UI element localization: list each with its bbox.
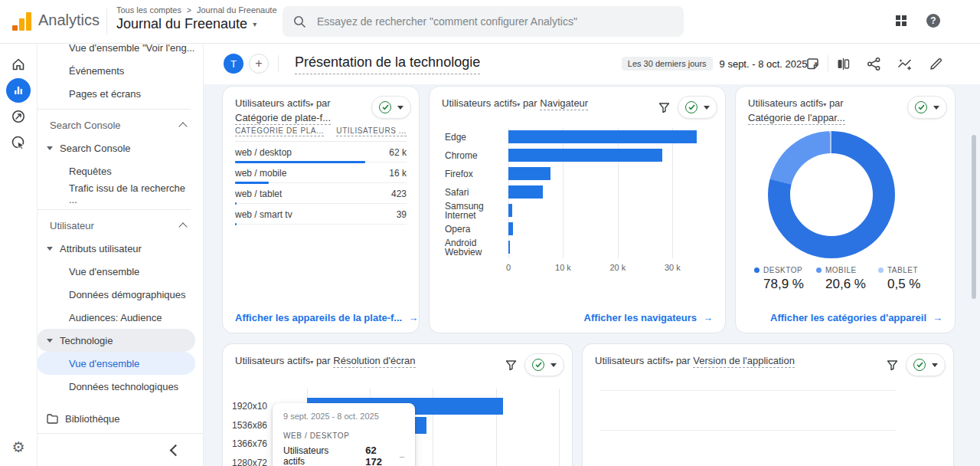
card-footer-link[interactable]: Afficher les catégories d'appareil→ [770,312,942,323]
sidebar-item[interactable]: Search Console [37,136,195,159]
date-range-picker[interactable]: Les 30 derniers jours 9 sept. - 8 oct. 2… [622,43,818,84]
sidebar-item[interactable]: Requêtes [37,159,195,182]
bar[interactable] [508,204,512,217]
expand-triangle-icon[interactable] [47,339,53,343]
data-quality-pill[interactable] [371,96,411,119]
bar[interactable] [508,222,513,235]
dimension-selector[interactable]: Version de l'application [693,355,795,368]
sidebar-item[interactable]: Événements [37,59,195,82]
insights-icon[interactable] [897,57,913,71]
legend-label-row: TABLET [878,266,940,274]
sidebar-item[interactable]: Pages et écrans [37,82,195,105]
help-icon[interactable]: ? [926,14,940,28]
data-quality-pill[interactable] [678,96,717,119]
card-title: Utilisateurs actifs▾ par Catégorie de pl… [235,97,350,124]
sidebar-item[interactable]: Données technologiques [37,375,195,398]
tooltip-metric-value: 62 172 [365,445,392,466]
avatar[interactable]: T [224,54,243,74]
page-title[interactable]: Présentation de la technologie [295,54,480,74]
table-row[interactable]: web / smart tv39 [235,204,407,225]
filter-icon[interactable] [653,97,675,118]
property-name: Journal du Freenaute [116,16,247,32]
sidebar-item[interactable]: Vue d'ensemble "Voir l'eng... [37,43,195,59]
admin-gear-icon[interactable]: ⚙ [11,440,24,455]
bar[interactable] [508,130,697,143]
bar-category-label: Firefox [445,169,502,179]
vertical-scrollbar[interactable] [972,135,976,299]
gridline [559,389,560,466]
data-quality-pill[interactable] [906,353,946,376]
legend-item[interactable]: DESKTOP78,9 % [754,266,816,292]
legend-item[interactable]: MOBILE20,6 % [816,266,878,292]
metric-selector[interactable]: Utilisateurs actifs [442,97,517,109]
sidebar-item-label: Données démographiques [69,289,186,300]
analytics-logo-icon[interactable] [12,11,31,31]
sidebar-item[interactable]: Données démographiques [37,283,195,306]
card-footer-link[interactable]: Afficher les navigateurs→ [584,312,713,323]
card-actions [371,96,411,119]
sidebar-item[interactable]: Trafic issu de la recherche ... [37,182,195,205]
sidebar-item[interactable]: Vue d'ensemble [37,352,195,375]
add-button[interactable]: + [249,54,269,74]
bar[interactable] [508,149,662,162]
expand-triangle-icon[interactable] [47,247,53,251]
collapse-sidebar-icon[interactable] [170,445,182,457]
tooltip-trend-dash: – [400,451,404,461]
home-icon[interactable] [11,57,26,72]
column-header-metric[interactable]: UTILISATEURS ... [336,126,407,136]
legend-label: DESKTOP [763,266,802,274]
chevron-up-icon [178,222,187,231]
sidebar-section-header[interactable]: Search Console [37,113,203,136]
explore-icon[interactable] [11,109,26,124]
comparison-icon[interactable] [836,57,851,71]
bar[interactable] [508,185,543,199]
sidebar-divider [37,209,191,210]
dimension-selector[interactable]: Navigateur [540,97,588,110]
sidebar-item[interactable]: Technologie [37,329,195,352]
metric-selector[interactable]: Utilisateurs actifs [595,355,670,366]
breadcrumb-account[interactable]: Journal du Freenaute [197,5,277,15]
search-bar[interactable] [283,6,684,37]
data-quality-pill[interactable] [524,353,564,376]
share-icon[interactable] [867,57,881,71]
sidebar-item[interactable]: Attributs utilisateur [37,237,195,260]
filter-icon[interactable] [500,354,521,376]
metric-selector[interactable]: Utilisateurs actifs [235,355,310,366]
table-row[interactable]: web / mobile16 k [235,162,407,183]
sidebar-item[interactable]: Bibliothèque [37,407,195,430]
dimension-selector[interactable]: Catégorie de l'appar... [748,112,845,125]
chevron-up-icon [178,122,187,130]
divider [106,8,107,34]
edit-pencil-icon[interactable] [929,57,943,71]
search-input[interactable] [315,15,673,28]
advertising-icon[interactable] [11,135,26,150]
device-donut-chart[interactable] [768,131,895,258]
sidebar-item[interactable]: Vue d'ensemble [37,260,195,283]
dimension-selector[interactable]: Catégorie de plate-f... [235,112,331,125]
filter-icon[interactable] [881,354,903,376]
search-icon [293,15,306,28]
reports-icon[interactable] [6,78,31,103]
bar[interactable] [508,167,550,180]
dimension-selector[interactable]: Résolution d'écran [333,355,415,368]
note-icon[interactable] [805,57,820,71]
expand-triangle-icon[interactable] [47,146,53,150]
sidebar-section-header[interactable]: Utilisateur [37,214,203,237]
breadcrumb-root[interactable]: Tous les comptes [116,5,181,15]
property-selector[interactable]: Journal du Freenaute ▾ [116,16,277,32]
section-label: Utilisateur [50,220,94,231]
diagnostics-grid-icon[interactable] [896,15,906,26]
topbar-icons: ? [896,14,940,28]
metric-selector[interactable]: Utilisateurs actifs [235,97,310,109]
legend-item[interactable]: TABLET0,5 % [878,266,940,292]
data-quality-pill[interactable] [907,96,947,119]
card-footer-link[interactable]: Afficher les appareils de la plate-f...→ [235,312,418,323]
breadcrumb[interactable]: Tous les comptes > Journal du Freenaute [116,5,277,15]
metric-selector[interactable]: Utilisateurs actifs [748,97,823,109]
table-row[interactable]: web / tablet423 [235,183,407,204]
sidebar-item[interactable]: Audiences: Audience [37,306,195,329]
tooltip-metric-row: Utilisateurs actifs 62 172 – [283,445,404,466]
table-row[interactable]: web / desktop62 k [235,142,407,162]
bar[interactable] [508,241,510,254]
column-header-dimension[interactable]: CATÉGORIE DE PLA... [235,126,324,136]
